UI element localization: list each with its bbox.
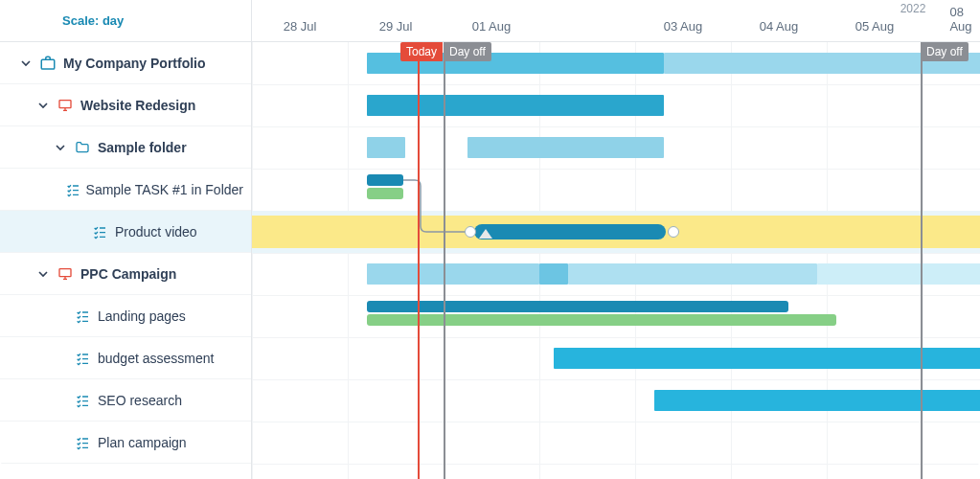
gantt-bar-task[interactable] <box>367 174 403 186</box>
gantt-bar-task[interactable] <box>367 314 836 326</box>
year-label: 2022 <box>900 2 926 15</box>
checklist-icon <box>73 433 92 452</box>
today-marker <box>418 42 420 479</box>
tree-row-task[interactable]: Plan campaign <box>0 422 251 464</box>
svg-rect-0 <box>41 59 55 69</box>
tree-row-task[interactable]: SEO research <box>0 379 251 422</box>
tree-label: My Company Portfolio <box>63 56 206 71</box>
checklist-icon <box>73 349 92 368</box>
tree-row-task[interactable]: Sample TASK #1 in Folder <box>0 169 251 211</box>
gantt-bar-summary[interactable] <box>467 137 664 158</box>
resize-handle-right[interactable] <box>668 226 679 238</box>
dayoff-marker <box>444 42 445 479</box>
checklist-icon <box>90 222 109 241</box>
gantt-bar-summary[interactable] <box>367 137 405 158</box>
tree-row-task-selected[interactable]: Product video <box>0 211 251 253</box>
scale-label: Scale: day <box>62 13 124 28</box>
checklist-icon <box>73 391 92 410</box>
date-tick: 29 Jul <box>379 19 413 34</box>
checklist-icon <box>65 180 80 199</box>
tree-row-project[interactable]: Website Redesign <box>0 84 251 126</box>
today-label: Today <box>400 42 443 61</box>
dayoff-marker <box>921 42 923 479</box>
folder-icon <box>73 138 92 157</box>
gantt-bar-summary[interactable] <box>367 263 539 285</box>
scale-selector[interactable]: Scale: day <box>0 0 251 42</box>
gantt-bar-summary[interactable] <box>817 263 980 285</box>
dayoff-label: Day off <box>444 42 491 61</box>
tree-label: Landing pages <box>98 308 186 324</box>
gantt-bar-task[interactable] <box>554 348 980 369</box>
tree-label: budget assessment <box>98 351 214 366</box>
dayoff-label: Day off <box>921 42 969 61</box>
gantt-bar-task[interactable] <box>367 188 403 199</box>
chevron-down-icon[interactable] <box>17 55 34 72</box>
gantt-bar-summary[interactable] <box>539 263 568 285</box>
tree-label: Sample TASK #1 in Folder <box>86 182 243 197</box>
svg-rect-1 <box>59 100 71 107</box>
date-tick: 28 Jul <box>284 19 317 34</box>
chevron-down-icon[interactable] <box>34 265 52 283</box>
dependency-handle-icon[interactable] <box>479 229 492 239</box>
screen-icon <box>56 264 75 284</box>
briefcase-icon <box>38 54 57 73</box>
resize-handle-left[interactable] <box>465 226 476 238</box>
tree-row-task[interactable]: Landing pages <box>0 295 251 337</box>
tree-label: SEO research <box>98 393 182 408</box>
date-tick: 03 Aug <box>664 19 703 34</box>
svg-rect-2 <box>59 268 71 276</box>
gantt-bar-task[interactable] <box>654 390 980 411</box>
tree-label: Plan campaign <box>98 435 187 450</box>
date-tick: 08 Aug <box>949 5 971 34</box>
date-tick: 05 Aug <box>855 19 895 34</box>
tree-label: Sample folder <box>98 140 187 155</box>
timeline-header[interactable]: 2022 28 Jul 29 Jul 01 Aug 03 Aug 04 Aug … <box>252 0 980 42</box>
tree-label: Product video <box>115 224 197 240</box>
tree-row-task[interactable]: budget assessment <box>0 337 251 379</box>
tree-row-portfolio[interactable]: My Company Portfolio <box>0 42 251 84</box>
screen-icon <box>56 96 75 115</box>
chevron-down-icon[interactable] <box>34 97 52 114</box>
date-tick: 04 Aug <box>760 19 799 34</box>
gantt-bar-task[interactable] <box>367 301 788 312</box>
tree-label: PPC Campaign <box>80 266 176 282</box>
gantt-canvas[interactable]: Today Day off Day off <box>252 42 980 479</box>
chevron-down-icon[interactable] <box>52 139 69 156</box>
tree-label: Website Redesign <box>80 98 195 113</box>
tree-row-project[interactable]: PPC Campaign <box>0 253 251 295</box>
date-tick: 01 Aug <box>472 19 512 34</box>
checklist-icon <box>73 307 92 326</box>
gantt-bar-summary[interactable] <box>568 263 817 285</box>
gantt-bar-task-selected[interactable] <box>474 224 666 240</box>
gantt-bar-summary[interactable] <box>367 95 664 116</box>
tree-row-folder[interactable]: Sample folder <box>0 126 251 169</box>
